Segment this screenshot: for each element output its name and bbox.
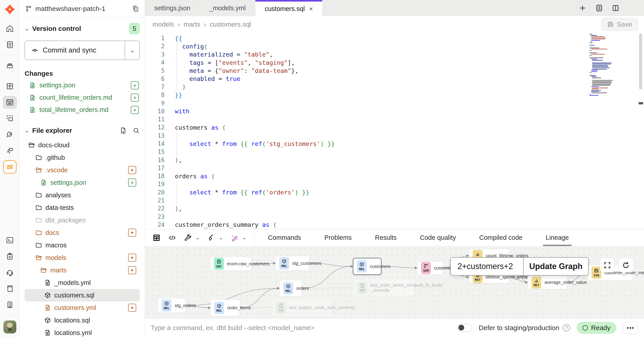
panel-tab-code-quality[interactable]: Code quality [408,229,468,246]
ready-status-badge[interactable]: Ready [577,322,616,334]
help-icon[interactable]: ? [563,324,570,332]
tab-_models.yml[interactable]: _models.yml [200,0,255,16]
model-icon [44,292,51,299]
lineage-node-customers_mdl[interactable]: MDLcustomers [353,258,382,275]
breadcrumb-item[interactable]: models [152,20,174,28]
more-actions-icon[interactable] [628,4,636,12]
new-file-icon[interactable] [120,127,127,134]
open-editors-icon[interactable] [595,4,603,12]
notebook-icon[interactable] [3,38,17,51]
code-editor-icon[interactable] [3,96,17,109]
terminal-icon[interactable] [3,234,17,247]
file-tree-item-customers-yml[interactable]: customers.yml [24,302,140,314]
editor-scrollbar[interactable] [639,33,642,89]
change-item[interactable]: count_lifetime_orders.md+ [24,91,140,104]
user-avatar[interactable] [3,321,16,334]
stage-change-icon[interactable]: + [131,94,139,102]
defer-toggle[interactable] [457,324,472,332]
file-tree-item-customers-sql[interactable]: customers.sql [24,289,140,302]
new-tab-icon[interactable] [579,4,586,12]
extensions-icon[interactable] [3,144,17,157]
close-tab-icon[interactable]: × [309,5,313,12]
organization-icon[interactable] [3,298,17,311]
dashboard-icon[interactable] [3,80,17,93]
panel-tab-results[interactable]: Results [363,229,408,246]
jobs-icon[interactable] [3,59,17,72]
dbt-logo-icon[interactable] [3,2,17,16]
update-graph-button[interactable]: Update Graph [523,258,588,275]
clean-broom-icon[interactable] [207,234,215,242]
file-tree-item-docs[interactable]: docs [24,226,140,239]
support-headset-icon[interactable] [3,266,17,279]
clipboard-icon[interactable] [3,250,17,263]
lineage-node-raw_customers[interactable]: SRCecom.raw_customers [210,257,251,271]
panel-tab-commands[interactable]: Commands [256,229,312,246]
lineage-node-avg_order_value[interactable]: METaverage_order_value [528,276,567,289]
breadcrumb-item[interactable]: customers.sql [210,20,251,28]
panel-tab-problems[interactable]: Problems [313,229,364,246]
lineage-node-order_items[interactable]: MDLorder_items [210,300,240,316]
split-editor-icon[interactable] [612,4,620,12]
status-more-button[interactable]: ••• [623,322,638,334]
minimap[interactable] [590,34,628,96]
file-tree-item-analyses[interactable]: analyses [24,189,140,201]
file-tree-item-macros[interactable]: macros [24,239,140,251]
file-explorer-header[interactable]: ⌄ File explorer [24,127,140,134]
file-tree-item-data-tests[interactable]: data-tests [24,201,140,214]
line-number: 14 [145,140,164,147]
compile-code-icon[interactable] [168,234,176,242]
copy-icon[interactable] [132,5,139,12]
breadcrumb-item[interactable]: marts [184,20,200,28]
panel-tab-lineage[interactable]: Lineage [534,229,580,246]
build-options-caret[interactable]: ⌄ [196,235,200,241]
clean-options-caret[interactable]: ⌄ [219,235,223,241]
commit-options-caret[interactable]: ⌄ [125,41,140,60]
build-wrench-icon[interactable] [184,234,192,242]
command-input[interactable]: Type a command, ex. dbt build --select <… [151,324,450,332]
canvas-icon[interactable] [3,112,17,125]
commit-and-sync-main[interactable]: Commit and sync [25,41,125,60]
home-icon[interactable] [3,22,17,35]
dbt-copilot-icon[interactable] [3,160,16,174]
docs-icon[interactable] [3,282,17,295]
stage-change-icon[interactable]: + [131,106,139,114]
file-tree-item-docs-cloud[interactable]: docs-cloud [24,139,140,151]
panel-tab-compiled-code[interactable]: Compiled code [468,229,534,246]
file-tree-item--vscode[interactable]: .vscode [24,164,140,176]
lineage-node-stg_orders[interactable]: MDLstg_orders [158,298,186,313]
fullscreen-button[interactable] [600,258,614,272]
lineage-canvas[interactable]: SRCecom.raw_customersMDLstg_customersMDL… [145,246,644,319]
file-tree-item-models[interactable]: models [24,251,140,264]
save-button[interactable]: Save [601,18,638,31]
search-icon[interactable] [132,127,140,134]
refresh-graph-button[interactable] [618,258,633,272]
branch-selector[interactable]: matthewshaver-patch-1 [20,0,145,17]
ai-fix-options-caret[interactable]: ⌄ [242,235,246,241]
lineage-node-orders[interactable]: MDLorders [280,280,302,297]
file-tree-item-locations-yml[interactable]: locations.yml [24,327,140,337]
ai-fix-wand-icon[interactable] [230,234,238,242]
rail-divider [0,315,20,315]
stage-change-icon[interactable]: + [131,81,139,89]
code-line: 21 [145,196,335,205]
file-tree-item-dbt-packages[interactable]: dbt_packages [24,214,140,226]
lineage-node-customers_sem[interactable]: SEMcustomers [417,261,443,275]
file-tree-item-marts[interactable]: marts [24,264,140,277]
change-item[interactable]: settings.json+ [24,79,140,91]
lineage-node-test_supply[interactable]: TSTtest_supply_costs_sum_correctly [272,299,332,316]
tab-settings.json[interactable]: settings.json [145,0,200,16]
lineage-node-stg_customers[interactable]: MDLstg_customers [276,256,310,271]
insights-icon[interactable] [3,128,17,141]
file-tree-item-locations-sql[interactable]: locations.sql [24,314,140,327]
preview-table-icon[interactable] [152,234,160,242]
lineage-node-test_order_items[interactable]: TSTtest_order_items_compute_to_bools _co… [354,279,414,297]
tab-customers.sql[interactable]: customers.sql× [255,0,322,16]
file-tree-item-settings-json[interactable]: settings.json+ [24,176,140,189]
version-control-header[interactable]: ⌄ Version control 5 [24,23,140,34]
code-editor[interactable]: 1{{2 config(3 materialized = "table",4 t… [145,32,644,229]
change-file-name: count_lifetime_orders.md [39,94,127,101]
change-item[interactable]: total_lifetime_orders.md+ [24,104,140,116]
lineage-selector-input[interactable]: 2+customers+2 [451,258,523,275]
file-tree-item--models-yml[interactable]: _models.yml [24,277,140,289]
file-tree-item--github[interactable]: .github [24,151,140,164]
